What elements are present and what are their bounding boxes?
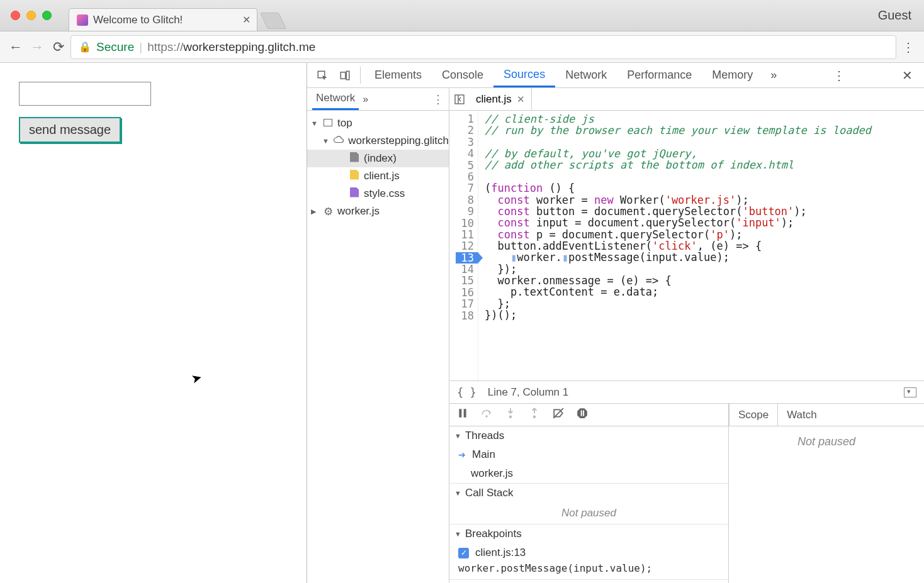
toggle-navigator-icon[interactable] (449, 88, 470, 110)
reload-button[interactable]: ⟳ (49, 38, 68, 57)
pretty-print-icon[interactable]: { } (457, 386, 476, 399)
devtools-close-icon[interactable]: ✕ (894, 63, 920, 87)
file-tree: ▼ top ▼ workerstepping.glitch (index) (307, 111, 449, 224)
window-close-button[interactable] (11, 11, 20, 20)
tab-close-icon[interactable]: ✕ (242, 14, 251, 26)
breakpoints-section: ▼ Breakpoints ✓ client.js:13 worker.post… (449, 525, 728, 580)
tab-network[interactable]: Network (555, 63, 617, 87)
tree-file-index[interactable]: (index) (307, 150, 449, 167)
editor-tab-close-icon[interactable]: ✕ (517, 94, 525, 105)
glitch-favicon (77, 14, 88, 26)
disclosure-triangle-icon[interactable]: ▼ (454, 489, 461, 497)
lock-icon: 🔒 (79, 41, 91, 53)
inspect-element-icon[interactable] (311, 63, 334, 87)
tab-scope[interactable]: Scope (729, 404, 778, 426)
address-bar[interactable]: 🔒 Secure | https://workerstepping.glitch… (70, 35, 896, 59)
svg-rect-1 (341, 72, 346, 79)
more-tabs-icon[interactable]: » (764, 63, 783, 87)
disclosure-triangle-icon[interactable]: ▼ (454, 432, 461, 440)
sources-navigator: Network » ⋮ ▼ top ▼ workerstepping.glitc… (307, 88, 449, 583)
guest-profile-label[interactable]: Guest (865, 8, 924, 23)
tab-elements[interactable]: Elements (364, 63, 432, 87)
navigator-more-icon[interactable]: » (363, 94, 368, 105)
threads-header[interactable]: ▼ Threads (449, 426, 728, 445)
code-editor-area[interactable]: 123456789101112131415161718 // client-si… (449, 111, 924, 380)
pause-on-exceptions-button[interactable] (577, 408, 588, 422)
navigator-tab-network[interactable]: Network (312, 88, 359, 110)
send-message-button[interactable]: send message (19, 117, 121, 143)
secure-label: Secure (96, 40, 134, 54)
worker-icon: ⚙ (322, 205, 334, 218)
tree-worker-js[interactable]: ▶ ⚙ worker.js (307, 203, 449, 220)
tab-sources[interactable]: Sources (493, 63, 555, 87)
cloud-icon (333, 135, 344, 147)
code-content[interactable]: // client-side js// run by the browser e… (478, 111, 924, 380)
new-tab-button[interactable] (260, 13, 286, 29)
url-separator: | (139, 40, 142, 54)
step-over-button[interactable] (481, 408, 492, 422)
disclosure-triangle-icon[interactable]: ▶ (311, 208, 318, 216)
tree-label: style.css (364, 187, 405, 200)
tree-file-style-css[interactable]: style.css (307, 185, 449, 203)
tab-console[interactable]: Console (432, 63, 493, 87)
tree-label: top (337, 117, 352, 130)
breakpoint-checkbox[interactable]: ✓ (458, 548, 469, 558)
tab-memory[interactable]: Memory (702, 63, 763, 87)
pause-resume-button[interactable] (457, 408, 468, 422)
toggle-device-toolbar-icon[interactable] (334, 63, 356, 87)
svg-rect-5 (459, 409, 461, 418)
browser-menu-button[interactable]: ⋮ (899, 38, 918, 57)
callstack-header[interactable]: ▼ Call Stack (449, 484, 728, 502)
svg-point-7 (485, 415, 488, 418)
tree-label: client.js (364, 170, 400, 182)
window-zoom-button[interactable] (42, 11, 52, 20)
tree-label: workerstepping.glitch (348, 135, 449, 147)
editor-tab-client-js[interactable]: client.js ✕ (470, 88, 532, 110)
svg-rect-3 (455, 95, 464, 104)
browser-tab-title: Welcome to Glitch! (93, 14, 237, 26)
breakpoints-header[interactable]: ▼ Breakpoints (449, 525, 728, 543)
step-out-button[interactable] (529, 408, 540, 422)
tab-watch[interactable]: Watch (778, 404, 826, 426)
editor-status-bar: { } Line 7, Column 1 (449, 380, 924, 403)
content-area: send message ➤ Elements Console Sources … (0, 63, 924, 583)
message-input[interactable] (19, 82, 151, 106)
mouse-cursor-icon: ➤ (189, 369, 204, 387)
devtools-main-tabs: Elements Console Sources Network Perform… (307, 63, 924, 88)
disclosure-triangle-icon[interactable]: ▼ (454, 530, 461, 538)
rendered-page: send message ➤ (0, 63, 307, 583)
debugger-pane: ▼ Threads ➔ Main worker.js (449, 403, 924, 583)
tree-domain[interactable]: ▼ workerstepping.glitch (307, 132, 449, 150)
deactivate-breakpoints-button[interactable] (553, 408, 564, 422)
window-controls (0, 11, 62, 20)
document-icon (350, 152, 359, 162)
tab-performance[interactable]: Performance (617, 63, 702, 87)
editor-status-menu-icon[interactable] (904, 387, 916, 397)
navigator-menu-icon[interactable]: ⋮ (432, 92, 444, 106)
disclosure-triangle-icon[interactable]: ▼ (311, 119, 318, 127)
back-button[interactable]: ← (6, 38, 25, 57)
line-gutter[interactable]: 123456789101112131415161718 (449, 111, 478, 380)
section-title: Call Stack (465, 487, 514, 499)
breakpoint-row[interactable]: ✓ client.js:13 (449, 543, 728, 562)
browser-titlebar: Welcome to Glitch! ✕ Guest (0, 0, 924, 31)
breakpoint-file: client.js:13 (475, 547, 526, 559)
forward-button[interactable]: → (28, 38, 47, 57)
tree-label: worker.js (337, 205, 380, 218)
thread-main[interactable]: ➔ Main (449, 445, 728, 464)
debugger-left-column: ▼ Threads ➔ Main worker.js (449, 404, 729, 583)
js-file-icon (350, 170, 359, 180)
tree-frame-top[interactable]: ▼ top (307, 114, 449, 132)
devtools-menu-icon[interactable]: ⋮ (825, 63, 853, 87)
browser-tab[interactable]: Welcome to Glitch! ✕ (69, 8, 257, 31)
scope-body: Not paused (729, 426, 924, 583)
thread-worker[interactable]: worker.js (449, 464, 728, 483)
active-thread-icon: ➔ (458, 450, 466, 460)
window-minimize-button[interactable] (26, 11, 36, 20)
disclosure-triangle-icon[interactable]: ▼ (322, 137, 329, 145)
sources-panel-body: Network » ⋮ ▼ top ▼ workerstepping.glitc… (307, 88, 924, 583)
tree-label: (index) (364, 152, 397, 165)
tree-file-client-js[interactable]: client.js (307, 167, 449, 185)
step-into-button[interactable] (505, 408, 516, 422)
scope-watch-tabs: Scope Watch (729, 404, 924, 426)
